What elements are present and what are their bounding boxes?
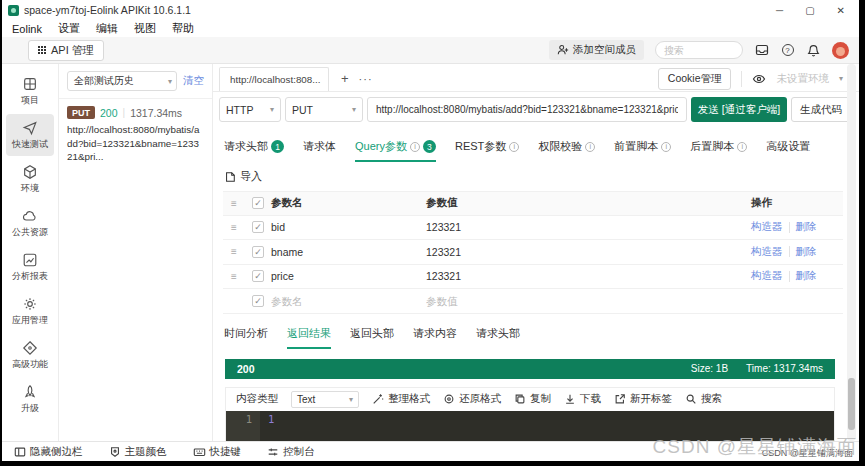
request-tab[interactable]: http://localhost:808... xyxy=(219,67,329,91)
clear-history-link[interactable]: 清空 xyxy=(183,74,204,88)
menu-edit[interactable]: 编辑 xyxy=(96,21,118,36)
sidebar-item-advanced-features[interactable]: 高级功能 xyxy=(6,334,54,376)
tab-sent-request-headers[interactable]: 请求头部 xyxy=(476,326,520,349)
shortcuts-button[interactable]: 快捷键 xyxy=(193,445,242,459)
analysis-report-icon xyxy=(22,252,38,268)
sidebar-item-upgrade[interactable]: 升级 xyxy=(6,378,54,420)
tab-request-headers[interactable]: 请求头部 1 xyxy=(224,139,284,162)
select-all-checkbox[interactable]: ✓ xyxy=(252,197,264,209)
drag-handle-icon[interactable]: ≡ xyxy=(223,222,245,233)
row-checkbox[interactable]: ✓ xyxy=(252,295,264,307)
row-checkbox[interactable]: ✓ xyxy=(252,270,264,282)
theme-color-button[interactable]: 主题颜色 xyxy=(109,445,167,459)
notifications-bell-icon[interactable] xyxy=(806,43,821,58)
help-icon[interactable]: ? xyxy=(780,43,795,58)
param-value[interactable]: 123321 xyxy=(426,246,751,258)
tab-more-icon[interactable]: ··· xyxy=(359,73,373,85)
quick-test-icon xyxy=(22,120,38,136)
history-list-item[interactable]: PUT 200 | 1317.34ms http://localhost:808… xyxy=(59,99,212,171)
hide-sidebar-button[interactable]: 隐藏侧边栏 xyxy=(14,445,83,459)
console-icon xyxy=(267,446,279,458)
maximize-button[interactable]: ▢ xyxy=(805,5,814,16)
scrollbar-thumb[interactable] xyxy=(848,378,855,430)
user-avatar[interactable] xyxy=(832,42,849,59)
download-button[interactable]: 下载 xyxy=(564,392,601,406)
app-management-gear-icon xyxy=(22,296,38,312)
main-scrollbar[interactable] xyxy=(847,64,856,441)
new-param-value-input[interactable] xyxy=(426,295,719,307)
builder-link[interactable]: 构造器 xyxy=(751,220,783,234)
builder-link[interactable]: 构造器 xyxy=(751,245,783,259)
add-member-button[interactable]: 添加空间成员 xyxy=(549,40,644,60)
send-button[interactable]: 发送 [通过客户端] xyxy=(691,97,787,122)
cookie-manager-button[interactable]: Cookie管理 xyxy=(658,68,732,90)
download-icon xyxy=(564,393,576,405)
tab-pre-script[interactable]: 前置脚本 i xyxy=(614,139,671,162)
sidebar-item-environment[interactable]: 环境 xyxy=(6,158,54,200)
restore-format-button[interactable]: 还原格式 xyxy=(443,392,501,406)
info-icon: i xyxy=(737,142,747,152)
response-status-code: 200 xyxy=(237,363,255,375)
sidebar-item-analysis-report[interactable]: 分析报表 xyxy=(6,246,54,288)
sidebar-item-public-resources[interactable]: 公共资源 xyxy=(6,202,54,244)
inbox-icon[interactable] xyxy=(754,43,769,58)
request-url-input[interactable] xyxy=(367,97,687,122)
console-button[interactable]: 控制台 xyxy=(267,445,315,459)
protocol-select[interactable]: HTTP ▾ xyxy=(219,97,281,122)
tab-response-headers[interactable]: 返回头部 xyxy=(350,326,394,349)
tab-advanced-settings[interactable]: 高级设置 xyxy=(766,139,810,162)
param-value[interactable]: 123321 xyxy=(426,221,751,233)
delete-link[interactable]: 删除 xyxy=(796,220,817,234)
open-new-tab-button[interactable]: 新开标签 xyxy=(614,392,672,406)
workspace-tab-api-management[interactable]: API 管理 xyxy=(28,40,104,61)
row-checkbox[interactable]: ✓ xyxy=(252,221,264,233)
close-button[interactable]: ✕ xyxy=(837,5,845,16)
tab-response-result[interactable]: 返回结果 xyxy=(287,326,331,349)
info-icon: i xyxy=(410,142,420,152)
generate-code-button[interactable]: 生成代码 xyxy=(791,97,851,122)
history-filter-select[interactable]: 全部测试历史 ▾ xyxy=(67,71,177,91)
copy-button[interactable]: 复制 xyxy=(514,392,551,406)
format-button[interactable]: 整理格式 xyxy=(372,392,430,406)
param-name[interactable]: bid xyxy=(271,221,426,233)
content-type-label: 内容类型 xyxy=(236,392,278,406)
builder-link[interactable]: 构造器 xyxy=(751,269,783,283)
sidebar-item-app-management[interactable]: 应用管理 xyxy=(6,290,54,332)
environment-selector[interactable]: 未设置环境 xyxy=(776,72,829,86)
new-param-name-input[interactable] xyxy=(271,295,411,307)
delete-link[interactable]: 删除 xyxy=(796,269,817,283)
minimize-button[interactable]: ─ xyxy=(776,5,783,16)
menu-view[interactable]: 视图 xyxy=(134,21,156,36)
menu-eolink[interactable]: Eolink xyxy=(12,23,42,35)
import-button[interactable]: 导入 xyxy=(240,169,262,184)
content-type-select[interactable]: Text ▾ xyxy=(291,391,359,408)
search-input[interactable] xyxy=(655,41,743,59)
grid-icon xyxy=(38,46,46,54)
tab-time-analysis[interactable]: 时间分析 xyxy=(224,326,268,349)
tab-post-script[interactable]: 后置脚本 i xyxy=(690,139,747,162)
restore-icon xyxy=(443,393,455,405)
drag-handle-icon[interactable]: ≡ xyxy=(223,271,245,282)
title-bar: space-ym7toj-Eolink APIKit 10.6.1.1 ─ ▢ … xyxy=(2,0,859,20)
chevron-down-icon[interactable]: ▾ xyxy=(839,74,843,83)
menu-settings[interactable]: 设置 xyxy=(58,21,80,36)
param-value[interactable]: 123321 xyxy=(426,270,751,282)
tab-auth[interactable]: 权限校验 i xyxy=(538,139,595,162)
tab-request-body[interactable]: 请求体 xyxy=(303,139,336,162)
import-icon xyxy=(224,171,236,183)
sidebar-item-quick-test[interactable]: 快速测试 xyxy=(6,114,54,156)
new-tab-plus-icon[interactable]: + xyxy=(341,71,349,86)
tab-request-content[interactable]: 请求内容 xyxy=(413,326,457,349)
sidebar-toggle-icon xyxy=(14,446,26,458)
param-name[interactable]: price xyxy=(271,270,426,282)
row-checkbox[interactable]: ✓ xyxy=(252,246,264,258)
tab-query-params[interactable]: Query参数 i 3 xyxy=(355,139,436,162)
delete-link[interactable]: 删除 xyxy=(796,245,817,259)
sidebar-item-project[interactable]: 项目 xyxy=(6,70,54,112)
drag-handle-icon[interactable]: ≡ xyxy=(223,246,245,257)
method-select[interactable]: PUT ▾ xyxy=(285,97,363,122)
menu-help[interactable]: 帮助 xyxy=(172,21,194,36)
tab-rest-params[interactable]: REST参数 i xyxy=(455,139,519,162)
search-result-button[interactable]: 搜索 xyxy=(685,392,722,406)
param-name[interactable]: bname xyxy=(271,246,426,258)
